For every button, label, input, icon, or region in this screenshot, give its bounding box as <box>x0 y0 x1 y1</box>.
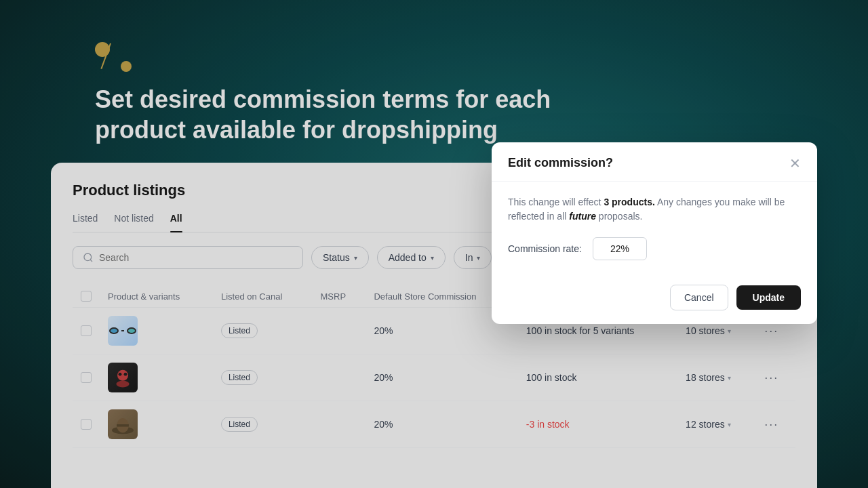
update-button[interactable]: Update <box>736 285 801 310</box>
close-button[interactable]: ✕ <box>789 157 801 170</box>
cancel-button[interactable]: Cancel <box>670 285 728 310</box>
commission-rate-input[interactable] <box>593 237 647 260</box>
modal-footer: Cancel Update <box>492 274 817 324</box>
commission-rate-row: Commission rate: <box>508 237 801 260</box>
modal-title: Edit commission? <box>508 156 613 170</box>
edit-commission-modal: Edit commission? ✕ This change will effe… <box>492 142 817 324</box>
modal-description: This change will effect 3 products. Any … <box>508 195 801 224</box>
modal-overlay: Edit commission? ✕ This change will effe… <box>0 0 868 488</box>
modal-header: Edit commission? ✕ <box>492 142 817 182</box>
commission-rate-label: Commission rate: <box>508 243 582 254</box>
modal-body: This change will effect 3 products. Any … <box>492 182 817 274</box>
